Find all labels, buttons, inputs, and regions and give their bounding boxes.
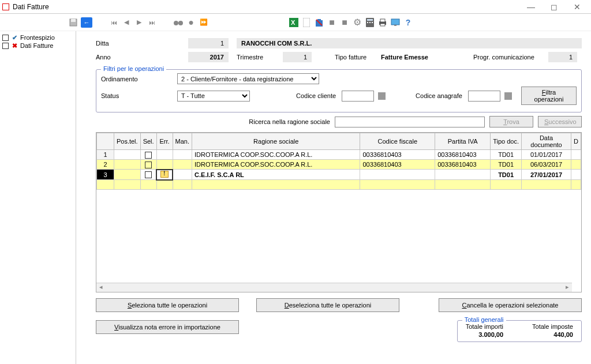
filtra-button[interactable]: Filtra operazioni (521, 87, 577, 105)
checkbox-icon[interactable] (145, 171, 152, 178)
table-row[interactable]: 3C.E.I.F. S.C.A RLTD0127/01/2017 (97, 170, 581, 180)
svg-rect-6 (303, 18, 310, 27)
last-icon[interactable]: ⏭ (147, 17, 157, 28)
skip-icon[interactable]: ⏩ (199, 17, 209, 28)
doc-icon[interactable] (301, 17, 312, 28)
svg-point-3 (178, 21, 183, 25)
ditta-label: Ditta (96, 40, 188, 47)
ricerca-input[interactable] (335, 117, 485, 127)
anno-value: 2017 (188, 52, 229, 62)
tree-item-frontespizio[interactable]: ✔ Frontespizio (1, 33, 74, 42)
scroll-right-icon[interactable]: ▸ (563, 283, 572, 292)
lookup-icon[interactable] (504, 92, 512, 100)
content-pane: Ditta 1 RANOCCHI COM S.R.L. Anno 2017 Tr… (76, 31, 591, 364)
totals-legend: Totali generali (462, 316, 506, 323)
col-postel[interactable]: Pos.tel. (114, 133, 140, 150)
record-icon[interactable]: ● (186, 17, 196, 28)
svg-text:X: X (291, 19, 296, 26)
col-sel[interactable]: Sel. (140, 133, 156, 150)
totale-importi-value: 3.000,00 (466, 331, 503, 338)
codice-anagrafe-input[interactable] (468, 91, 500, 102)
lookup-icon[interactable] (378, 92, 386, 100)
delete-icon[interactable] (314, 17, 324, 28)
settings-icon[interactable]: ⚙ (352, 17, 362, 28)
svg-rect-13 (372, 22, 373, 23)
print-icon[interactable] (377, 17, 388, 28)
excel-icon[interactable]: X (289, 17, 299, 28)
filters-fieldset: Filtri per le operazioni Ordinamento 2 -… (96, 69, 582, 112)
toolbar: ← ⏮ ◀ ▶ ⏭ ● ⏩ X ■ ■ ⚙ ? (0, 14, 591, 31)
maximize-button[interactable]: ◻ (543, 1, 566, 13)
svg-point-2 (174, 21, 178, 25)
horizontal-scrollbar[interactable]: ◂ ▸ (96, 283, 572, 292)
filters-legend: Filtri per le operazioni (101, 65, 166, 72)
stop1-icon[interactable]: ■ (327, 17, 337, 28)
codice-cliente-input[interactable] (342, 91, 374, 102)
window-title: Dati Fatture (13, 3, 519, 11)
select-all-button[interactable]: Seleziona tutte le operazioni (96, 298, 239, 312)
sidebar: ✔ Frontespizio ✖ Dati Fatture (0, 31, 76, 364)
svg-rect-12 (369, 22, 371, 23)
progr-label: Progr. comunicazione (473, 54, 548, 61)
totals-fieldset: Totali generali Totale importi 3.000,00 … (457, 320, 582, 342)
stop2-icon[interactable]: ■ (339, 17, 350, 28)
checkbox-icon[interactable] (145, 162, 152, 168)
progr-value: 1 (548, 52, 577, 62)
svg-rect-18 (394, 25, 397, 26)
ricerca-label: Ricerca nella ragione sociale (249, 118, 330, 125)
svg-rect-1 (71, 19, 76, 22)
binoculars-icon[interactable] (173, 17, 184, 28)
col-err[interactable]: Err. (156, 133, 173, 150)
checkbox-icon[interactable] (145, 152, 152, 159)
col-extra[interactable]: D (571, 133, 581, 150)
show-import-error-button[interactable]: Visualizza nota errore in importazione (96, 320, 239, 334)
minimize-button[interactable]: — (519, 1, 543, 13)
checkbox-icon[interactable] (2, 35, 9, 41)
close-button[interactable]: ✕ (566, 1, 589, 13)
cross-icon: ✖ (11, 42, 18, 49)
tipo-label: Tipo fatture (335, 54, 381, 61)
svg-rect-10 (367, 19, 373, 21)
successivo-button[interactable]: Successivo (538, 116, 582, 127)
delete-selected-button[interactable]: Cancella le operazioni selezionate (439, 298, 582, 312)
first-icon[interactable]: ⏮ (109, 17, 119, 28)
operations-table[interactable]: Pos.tel. Sel. Err. Man. Ragione sociale … (96, 133, 581, 190)
totale-importi-label: Totale importi (466, 323, 503, 330)
svg-rect-16 (380, 24, 385, 26)
col-man[interactable]: Man. (173, 133, 192, 150)
ordinamento-select[interactable]: 2 - Cliente/Fornitore - data registrazio… (177, 73, 319, 84)
titlebar: Dati Fatture — ◻ ✕ (0, 0, 591, 14)
trova-button[interactable]: Trova (489, 116, 533, 127)
calculator-icon[interactable] (365, 17, 375, 28)
codice-anagrafe-label: Codice anagrafe (416, 92, 462, 99)
col-tipo[interactable]: Tipo doc. (491, 133, 522, 150)
tree-label: Dati Fatture (20, 42, 53, 49)
status-label: Status (101, 92, 175, 99)
table-row[interactable]: 2IDROTERMICA COOP.SOC.COOP.A R.L.0033681… (97, 160, 581, 170)
scroll-left-icon[interactable]: ◂ (96, 283, 106, 292)
anno-label: Anno (96, 54, 188, 61)
back-icon[interactable]: ← (81, 17, 92, 28)
next-icon[interactable]: ▶ (134, 17, 144, 28)
col-data[interactable]: Data documento (522, 133, 571, 150)
trimestre-label: Trimestre (237, 54, 283, 61)
svg-rect-17 (391, 19, 399, 25)
ordinamento-label: Ordinamento (101, 76, 175, 82)
codice-cliente-label: Codice cliente (296, 92, 336, 99)
status-select[interactable]: T - Tutte (177, 91, 250, 102)
checkbox-icon[interactable] (2, 43, 9, 49)
check-icon: ✔ (11, 34, 18, 41)
col-cf[interactable]: Codice fiscale (360, 133, 435, 150)
col-piva[interactable]: Partita IVA (435, 133, 491, 150)
tree-item-dati-fatture[interactable]: ✖ Dati Fatture (1, 42, 74, 50)
help-icon[interactable]: ? (403, 17, 413, 28)
table-row[interactable]: 1IDROTERMICA COOP.SOC.COOP.A R.L.0033681… (97, 150, 581, 160)
deselect-all-button[interactable]: Deseleziona tutte le operazioni (256, 298, 399, 312)
col-ragione[interactable]: Ragione sociale (192, 133, 360, 150)
screen-icon[interactable] (390, 17, 401, 28)
save-icon[interactable] (68, 17, 78, 28)
ditta-value: 1 (188, 38, 229, 48)
totale-imposte-label: Totale imposte (532, 323, 573, 330)
prev-icon[interactable]: ◀ (121, 17, 132, 28)
tree-label: Frontespizio (20, 34, 55, 41)
